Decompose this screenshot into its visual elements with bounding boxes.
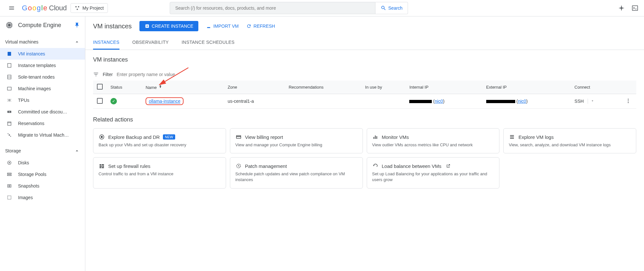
svg-point-38 [628, 99, 629, 100]
search-button[interactable]: Search [375, 2, 408, 14]
col-recommendations[interactable]: Recommendations [285, 81, 361, 94]
refresh-button[interactable]: REFRESH [246, 24, 275, 29]
sidebar-item-snapshots[interactable]: Snapshots [0, 180, 85, 192]
top-header: Google Cloud My Project Search [0, 0, 644, 16]
row-more-button[interactable] [624, 98, 632, 106]
section-title: VM instances [93, 56, 636, 63]
sort-arrow-up-icon [158, 84, 163, 89]
project-selector[interactable]: My Project [71, 3, 108, 13]
chevron-down-icon [591, 99, 594, 103]
svg-rect-25 [8, 122, 11, 125]
row-checkbox[interactable] [97, 98, 103, 104]
svg-rect-47 [375, 136, 375, 139]
external-link-icon [446, 164, 450, 168]
sidebar-item-disks[interactable]: Disks [0, 157, 85, 169]
svg-rect-18 [8, 52, 11, 56]
svg-rect-32 [7, 173, 11, 174]
snapshot-icon [7, 183, 12, 189]
sidebar-group-virtual-machines[interactable]: Virtual machines [0, 36, 85, 48]
monitor-icon [373, 134, 378, 140]
top-right-actions [618, 4, 639, 12]
ssh-button[interactable]: SSH [574, 99, 594, 104]
sidebar-item-tpus[interactable]: TPUs [0, 94, 85, 106]
card-desc: Control traffic to and from a VM instanc… [99, 171, 221, 177]
card-backup-dr[interactable]: Explore Backup and DR NEW Back up your V… [93, 128, 226, 153]
hamburger-menu-button[interactable] [5, 2, 18, 15]
image-icon [7, 86, 12, 91]
card-patch[interactable]: Patch management Schedule patch updates … [230, 157, 363, 188]
col-zone[interactable]: Zone [224, 81, 285, 94]
sidebar-group-label: Storage [5, 148, 21, 153]
table-row: ✓ ollama-instance us-central1-a (nic0) (… [93, 94, 636, 109]
svg-point-1 [78, 6, 79, 7]
import-icon [206, 24, 211, 29]
col-name[interactable]: Name [142, 81, 224, 94]
node-icon [7, 74, 12, 80]
firewall-icon [99, 163, 105, 169]
sidebar-item-label: Reservations [18, 121, 44, 126]
google-cloud-logo[interactable]: Google Cloud [22, 4, 67, 12]
col-external-ip[interactable]: External IP [482, 81, 571, 94]
sidebar-item-storage-pools[interactable]: Storage Pools [0, 169, 85, 180]
svg-rect-48 [376, 136, 377, 139]
card-logs[interactable]: Explore VM logs View, search, analyze, a… [503, 128, 636, 153]
search-box[interactable] [170, 2, 375, 14]
sidebar-item-sole-tenant[interactable]: Sole-tenant nodes [0, 71, 85, 83]
sidebar-item-committed-use[interactable]: % Committed use discou… [0, 106, 85, 118]
tab-instances[interactable]: INSTANCES [93, 36, 119, 50]
external-nic-link[interactable]: nic0 [518, 99, 526, 104]
search-button-label: Search [388, 5, 402, 11]
sidebar-item-machine-images[interactable]: Machine images [0, 83, 85, 94]
search-input[interactable] [175, 5, 370, 11]
col-in-use-by[interactable]: In use by [361, 81, 406, 94]
select-all-checkbox[interactable] [97, 84, 103, 90]
cloud-shell-button[interactable] [631, 4, 639, 12]
status-ok-icon: ✓ [110, 98, 117, 104]
project-icon [75, 5, 80, 11]
tpu-icon [7, 98, 12, 103]
instance-name-link[interactable]: ollama-instance [149, 99, 180, 104]
ssh-label: SSH [574, 99, 584, 104]
card-title: Set up firewall rules [108, 163, 150, 169]
tabs: INSTANCES OBSERVABILITY INSTANCE SCHEDUL… [85, 36, 644, 50]
project-name: My Project [82, 5, 104, 11]
card-monitor[interactable]: Monitor VMs View outlier VMs across metr… [367, 128, 500, 153]
svg-point-35 [9, 185, 10, 187]
col-internal-ip[interactable]: Internal IP [405, 81, 482, 94]
page-title: VM instances [93, 23, 132, 30]
col-status[interactable]: Status [107, 81, 142, 94]
sidebar-group-label: Virtual machines [5, 39, 38, 44]
sidebar-group-storage[interactable]: Storage [0, 145, 85, 157]
col-connect[interactable]: Connect [571, 81, 620, 94]
tab-observability[interactable]: OBSERVABILITY [132, 36, 169, 50]
hamburger-icon [8, 5, 15, 11]
card-load-balance[interactable]: Load balance between VMs Set up Load Bal… [367, 157, 500, 188]
card-billing[interactable]: View billing report View and manage your… [230, 128, 363, 153]
ssh-dropdown-button[interactable] [588, 99, 594, 104]
template-icon [7, 63, 12, 68]
card-desc: View and manage your Compute Engine bill… [235, 142, 357, 148]
sidebar-item-label: Migrate to Virtual Mach… [18, 132, 69, 138]
sidebar-item-migrate[interactable]: Migrate to Virtual Mach… [0, 129, 85, 141]
logs-icon [509, 134, 515, 140]
sidebar-item-instance-templates[interactable]: Instance templates [0, 60, 85, 71]
gemini-button[interactable] [618, 4, 625, 12]
internal-nic-link[interactable]: nic0 [435, 99, 443, 104]
filter-input[interactable] [117, 72, 636, 77]
tab-instance-schedules[interactable]: INSTANCE SCHEDULES [182, 36, 235, 50]
sidebar-item-images[interactable]: Images [0, 192, 85, 203]
svg-point-43 [101, 136, 103, 138]
refresh-label: REFRESH [253, 24, 275, 29]
patch-icon [236, 163, 242, 169]
calendar-icon [7, 121, 12, 126]
sidebar-item-label: Sole-tenant nodes [18, 74, 55, 80]
pin-icon[interactable] [74, 22, 80, 28]
sidebar-product-header: Compute Engine [0, 16, 85, 34]
svg-rect-45 [236, 136, 241, 137]
sidebar-item-vm-instances[interactable]: VM instances [0, 48, 85, 60]
sidebar-item-reservations[interactable]: Reservations [0, 118, 85, 129]
create-instance-button[interactable]: CREATE INSTANCE [139, 21, 198, 31]
svg-point-31 [9, 162, 10, 163]
import-vm-button[interactable]: IMPORT VM [206, 24, 239, 29]
card-firewall[interactable]: Set up firewall rules Control traffic to… [93, 157, 226, 188]
